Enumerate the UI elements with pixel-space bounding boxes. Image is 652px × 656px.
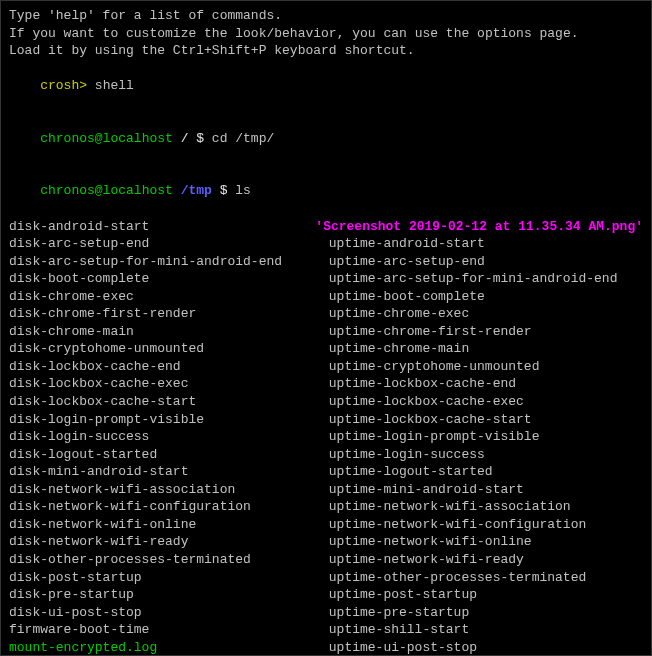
ls-file: uptime-android-start	[321, 235, 485, 253]
path: /tmp	[181, 183, 212, 198]
ls-file: uptime-cryptohome-unmounted	[321, 358, 539, 376]
ls-file: uptime-boot-complete	[321, 288, 485, 306]
ls-file: disk-chrome-first-render	[9, 305, 321, 323]
ls-file: uptime-login-prompt-visible	[321, 428, 539, 446]
ls-file: uptime-chrome-exec	[321, 305, 469, 323]
ls-row: disk-chrome-first-render uptime-chrome-e…	[9, 305, 643, 323]
ls-row: disk-network-wifi-configuration uptime-n…	[9, 498, 643, 516]
ls-file: disk-pre-startup	[9, 586, 321, 604]
ls-file: disk-lockbox-cache-exec	[9, 375, 321, 393]
terminal[interactable]: Type 'help' for a list of commands. If y…	[9, 7, 643, 656]
ls-file: uptime-other-processes-terminated	[321, 569, 586, 587]
ls-output: disk-android-start'Screenshot 2019-02-12…	[9, 218, 643, 656]
intro-help: Type 'help' for a list of commands.	[9, 7, 643, 25]
ls-file: disk-lockbox-cache-start	[9, 393, 321, 411]
ls-row: disk-boot-complete uptime-arc-setup-for-…	[9, 270, 643, 288]
ls-file: disk-chrome-main	[9, 323, 321, 341]
ls-file: disk-arc-setup-end	[9, 235, 321, 253]
userhost: chronos@localhost	[40, 131, 173, 146]
sep	[173, 183, 181, 198]
ls-cmd: ls	[228, 183, 251, 198]
ls-row: disk-android-start'Screenshot 2019-02-12…	[9, 218, 643, 236]
crosh-line: crosh> shell	[9, 60, 643, 113]
ls-row: disk-mini-android-start uptime-logout-st…	[9, 463, 643, 481]
ls-file: disk-logout-started	[9, 446, 321, 464]
ls-file: uptime-lockbox-cache-end	[321, 375, 516, 393]
ls-file: disk-ui-post-stop	[9, 604, 321, 622]
ls-file: uptime-login-success	[321, 446, 485, 464]
intro-customize1: If you want to customize the look/behavi…	[9, 25, 643, 43]
ls-file: uptime-network-wifi-online	[321, 533, 532, 551]
ls-file: uptime-arc-setup-for-mini-android-end	[321, 270, 617, 288]
ls-file: disk-login-success	[9, 428, 321, 446]
ls-row: disk-network-wifi-association uptime-min…	[9, 481, 643, 499]
ls-file: uptime-lockbox-cache-exec	[321, 393, 524, 411]
sep	[212, 183, 220, 198]
ls-row: disk-arc-setup-for-mini-android-end upti…	[9, 253, 643, 271]
crosh-cmd: shell	[87, 78, 134, 93]
ls-file: uptime-chrome-main	[321, 340, 469, 358]
ls-row: disk-lockbox-cache-end uptime-cryptohome…	[9, 358, 643, 376]
intro-customize2: Load it by using the Ctrl+Shift+P keyboa…	[9, 42, 643, 60]
ls-row: disk-arc-setup-end uptime-android-start	[9, 235, 643, 253]
ls-row: disk-cryptohome-unmounted uptime-chrome-…	[9, 340, 643, 358]
ls-file: uptime-shill-start	[321, 621, 469, 639]
ls-row: disk-pre-startup uptime-post-startup	[9, 586, 643, 604]
cd-line: chronos@localhost / $ cd /tmp/	[9, 112, 643, 165]
ls-file: disk-other-processes-terminated	[9, 551, 321, 569]
ls-file: uptime-network-wifi-configuration	[321, 516, 586, 534]
ls-file: uptime-ui-post-stop	[321, 639, 477, 656]
ls-file: uptime-mini-android-start	[321, 481, 524, 499]
ls-file: uptime-logout-started	[321, 463, 493, 481]
ls-file: uptime-post-startup	[321, 586, 477, 604]
ls-row: disk-post-startup uptime-other-processes…	[9, 569, 643, 587]
ls-file: uptime-arc-setup-end	[321, 253, 485, 271]
ls-row: disk-lockbox-cache-start uptime-lockbox-…	[9, 393, 643, 411]
ls-row: disk-login-prompt-visible uptime-lockbox…	[9, 411, 643, 429]
ls-row: firmware-boot-time uptime-shill-start	[9, 621, 643, 639]
ls-file: disk-network-wifi-online	[9, 516, 321, 534]
userhost: chronos@localhost	[40, 183, 173, 198]
cd-cmd: cd /tmp/	[204, 131, 274, 146]
ls-file: disk-network-wifi-configuration	[9, 498, 321, 516]
ls-file: 'Screenshot 2019-02-12 at 11.35.34 AM.pn…	[315, 218, 643, 236]
ls-line: chronos@localhost /tmp $ ls	[9, 165, 643, 218]
ls-file: uptime-network-wifi-ready	[321, 551, 524, 569]
ls-file: disk-lockbox-cache-end	[9, 358, 321, 376]
ls-file: disk-post-startup	[9, 569, 321, 587]
ls-row: disk-network-wifi-ready uptime-network-w…	[9, 533, 643, 551]
ls-file: uptime-chrome-first-render	[321, 323, 532, 341]
ls-file: disk-network-wifi-ready	[9, 533, 321, 551]
ls-file: disk-network-wifi-association	[9, 481, 321, 499]
ls-file: disk-cryptohome-unmounted	[9, 340, 321, 358]
ls-row: disk-other-processes-terminated uptime-n…	[9, 551, 643, 569]
ls-file: uptime-network-wifi-association	[321, 498, 571, 516]
sep: /	[173, 131, 196, 146]
dollar: $	[196, 131, 204, 146]
ls-row: disk-logout-started uptime-login-success	[9, 446, 643, 464]
ls-row: disk-ui-post-stop uptime-pre-startup	[9, 604, 643, 622]
ls-file: disk-arc-setup-for-mini-android-end	[9, 253, 321, 271]
dollar: $	[220, 183, 228, 198]
ls-file: mount-encrypted.log	[9, 639, 321, 656]
ls-file: uptime-pre-startup	[321, 604, 469, 622]
ls-row: disk-chrome-main uptime-chrome-first-ren…	[9, 323, 643, 341]
ls-file: uptime-lockbox-cache-start	[321, 411, 532, 429]
ls-row: disk-network-wifi-online uptime-network-…	[9, 516, 643, 534]
ls-file: disk-mini-android-start	[9, 463, 321, 481]
ls-file: disk-boot-complete	[9, 270, 321, 288]
ls-row: disk-login-success uptime-login-prompt-v…	[9, 428, 643, 446]
ls-file: firmware-boot-time	[9, 621, 321, 639]
ls-row: mount-encrypted.log uptime-ui-post-stop	[9, 639, 643, 656]
ls-row: disk-chrome-exec uptime-boot-complete	[9, 288, 643, 306]
ls-row: disk-lockbox-cache-exec uptime-lockbox-c…	[9, 375, 643, 393]
crosh-prompt: crosh>	[40, 78, 87, 93]
ls-file: disk-chrome-exec	[9, 288, 321, 306]
ls-file: disk-android-start	[9, 218, 315, 236]
ls-file: disk-login-prompt-visible	[9, 411, 321, 429]
